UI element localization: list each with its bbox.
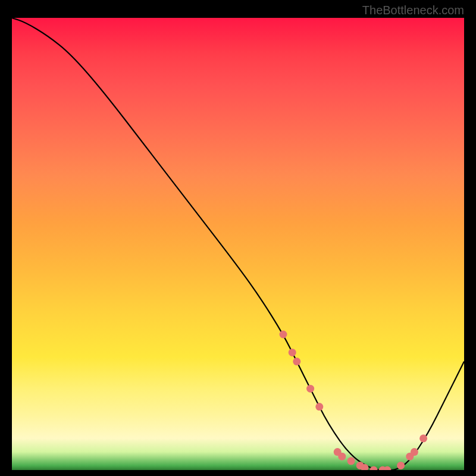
marker-dot xyxy=(315,403,323,411)
marker-dot xyxy=(338,453,346,461)
marker-dot xyxy=(280,331,287,339)
marker-dot xyxy=(411,448,418,456)
curve-svg xyxy=(12,18,464,470)
attribution-text: TheBottleneck.com xyxy=(362,4,464,17)
highlight-markers xyxy=(280,331,428,471)
marker-dot xyxy=(397,462,405,469)
marker-dot xyxy=(347,457,355,465)
marker-dot xyxy=(419,434,427,442)
marker-dot xyxy=(289,349,296,356)
marker-dot xyxy=(370,466,378,471)
chart-container: TheBottleneck.com xyxy=(0,0,476,476)
bottleneck-curve-line xyxy=(12,18,464,470)
marker-dot xyxy=(293,358,300,365)
marker-dot xyxy=(306,385,314,393)
plot-area xyxy=(12,18,464,470)
